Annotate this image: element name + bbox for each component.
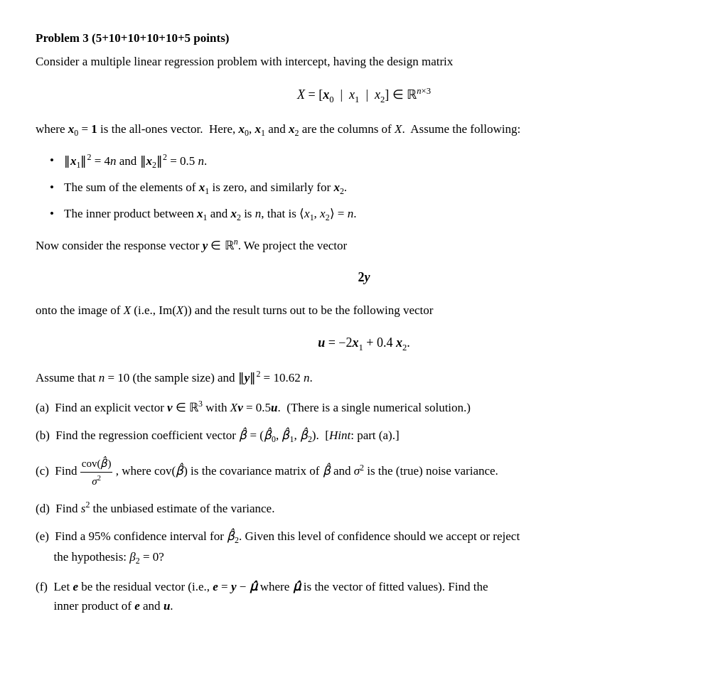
design-matrix-formula: X = [x0 | x1 | x2] ∈ ℝn×3 [36, 84, 692, 107]
part-c: (c) Find cov(β̂) σ2 , where cov(β̂) is t… [36, 455, 692, 490]
cov-fraction: cov(β̂) σ2 [80, 455, 113, 490]
intro-label: Consider a multiple linear regression pr… [36, 55, 453, 68]
part-e: (e) Find a 95% confidence interval for β… [36, 527, 692, 569]
part-f: (f) Let e be the residual vector (i.e., … [36, 577, 692, 615]
problem-header: Problem 3 (5+10+10+10+10+5 points) [36, 28, 692, 48]
intro-text: Consider a multiple linear regression pr… [36, 52, 692, 71]
problem-header-text: Problem 3 (5+10+10+10+10+5 points) [36, 31, 229, 45]
bullet-3: The inner product between x1 and x2 is n… [50, 204, 692, 225]
response-intro: Now consider the response vector y ∈ ℝn.… [36, 235, 692, 255]
part-b: (b) Find the regression coefficient vect… [36, 426, 692, 446]
bullet-1: ‖x1‖2 = 4n and ‖x2‖2 = 0.5 n. [50, 151, 692, 172]
bullet-2: The sum of the elements of x1 is zero, a… [50, 178, 692, 198]
part-a: (a) Find an explicit vector v ∈ ℝ3 with … [36, 397, 692, 417]
bullet-list: ‖x1‖2 = 4n and ‖x2‖2 = 0.5 n. The sum of… [50, 151, 692, 225]
part-d: (d) Find s2 the unbiased estimate of the… [36, 498, 692, 518]
assume-n-text: Assume that n = 10 (the sample size) and… [36, 367, 692, 387]
onto-text: onto the image of X (i.e., Im(X)) and th… [36, 301, 692, 320]
project-vector-formula: 2y [36, 267, 692, 288]
result-vector-formula: u = −2x1 + 0.4 x2. [36, 333, 692, 355]
where-text: where x0 = 1 is the all-ones vector. Her… [36, 119, 692, 140]
problem-container: Problem 3 (5+10+10+10+10+5 points) Consi… [36, 28, 692, 615]
